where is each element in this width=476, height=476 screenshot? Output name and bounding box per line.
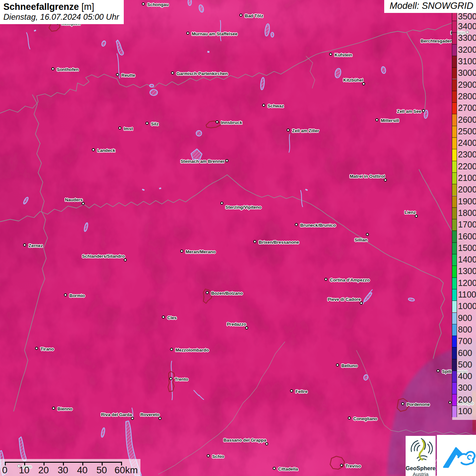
city-label: Matrei in Osttirol: [350, 174, 385, 179]
city-label: Schwaz: [268, 103, 284, 109]
city-label: Murnau am Staffelsee: [192, 31, 237, 37]
city-label: Kitzbühel: [343, 78, 363, 83]
city-label: Mittersill: [381, 118, 399, 123]
colorbar-tick-label: 2800: [458, 92, 476, 100]
colorbar-segment: [452, 44, 457, 56]
colorbar-segment: [452, 32, 457, 44]
city-label: Reutte: [121, 73, 135, 78]
city-label: Steinach am Brenner: [181, 159, 225, 164]
city-label: Schio: [212, 454, 224, 459]
map-title-box: Schneefallgrenze [m] Dienstag, 16.07.202…: [0, 0, 124, 24]
city-label: Landeck: [97, 148, 115, 153]
geosphere-logo-line1: GeoSphere: [406, 465, 436, 471]
colorbar-tick-label: 2100: [458, 174, 476, 182]
city-label: Schongau: [147, 2, 169, 7]
city-label: Cles: [167, 315, 176, 321]
scalebar-label: 50: [96, 465, 107, 476]
map-title: Schneefallgrenze [m]: [3, 2, 119, 12]
colorbar-segment: [452, 359, 457, 371]
geosphere-logo: GeoSphere Austria: [406, 436, 436, 476]
scalebar: 0102030405060km: [0, 459, 140, 476]
colorbar-tick-label: 100: [458, 407, 472, 415]
colorbar-segment: [452, 161, 457, 172]
colorbar-tick-label: 1000: [458, 302, 476, 310]
colorbar: [452, 12, 457, 417]
city-label: Tirano: [40, 346, 54, 352]
colorbar-tick-label: 2000: [458, 185, 476, 194]
colorbar-segment: [452, 347, 457, 359]
colorbar-tick-label: 2900: [458, 80, 476, 89]
colorbar-tick-label: 2200: [458, 162, 476, 170]
city-label: Kufstein: [335, 52, 352, 58]
colorbar-tick-label: 3400: [458, 22, 476, 31]
map-subtitle: Dienstag, 16.07.2024 05:00 Uhr: [3, 12, 119, 22]
colorbar-tick-label: 300: [458, 384, 472, 392]
colorbar-segment: [452, 324, 457, 336]
colorbar-segment: [452, 56, 457, 67]
colorbar-segment: [452, 382, 457, 394]
city-label: Bozen/Bolzano: [211, 291, 243, 296]
city-label: Schlanders/Silandro: [82, 254, 125, 259]
colorbar-segment: [452, 13, 457, 21]
geosphere-contour-icon: [406, 436, 436, 463]
colorbar-segment: [452, 394, 457, 406]
colorbar-segment: [452, 312, 457, 324]
colorbar-segment: [452, 126, 457, 137]
colorbar-segment: [452, 242, 457, 254]
city-label: Garmisch-Partenkirchen: [176, 71, 228, 76]
colorbar-tick-label: 1700: [458, 220, 476, 229]
city-label: Berchtesgaden: [421, 38, 453, 44]
city-label: Belluno: [341, 363, 358, 369]
colorbar-segment: [452, 266, 457, 277]
colorbar-tick-label: 1300: [458, 267, 476, 275]
colorbar-segment: [452, 254, 457, 266]
mountain-cloud-icon: [437, 435, 476, 476]
colorbar-tick-label: 3000: [458, 69, 476, 77]
colorbar-segment: [452, 149, 457, 160]
colorbar-segment: [452, 289, 457, 301]
colorbar-tick-label: 900: [458, 313, 472, 322]
colorbar-tick-label: 3300: [458, 34, 476, 42]
city-label: Riva del Garda: [101, 412, 132, 418]
model-label: Modell: SNOWGRID: [384, 0, 476, 13]
colorbar-segment: [452, 277, 457, 289]
colorbar-segment: [452, 137, 457, 149]
colorbar-segment: [452, 207, 457, 219]
colorbar-segment: [452, 184, 457, 196]
city-label: Imst: [124, 126, 133, 132]
colorbar-segment: [452, 371, 457, 382]
colorbar-tick-label: 800: [458, 325, 472, 334]
partner-logo: [437, 435, 476, 476]
city-label: Innsbruck: [221, 120, 242, 125]
colorbar-segment: [452, 102, 457, 114]
scalebar-label: 40: [77, 465, 87, 476]
city-label: Pordenone: [407, 402, 430, 407]
colorbar-tick-label: 200: [458, 395, 472, 404]
colorbar-tick-label: 2600: [458, 115, 476, 124]
city-label: Sonthofen: [57, 67, 79, 72]
city-label: Trento: [175, 377, 188, 382]
colorbar-segment: [452, 91, 457, 102]
colorbar-segment: [452, 336, 457, 347]
colorbar-tick-label: 1200: [458, 278, 476, 287]
colorbar-segment: [452, 21, 457, 32]
city-label: Meran/Merano: [186, 249, 216, 255]
city-label: Feltre: [295, 389, 307, 394]
city-label: Zell am Ziller: [292, 128, 319, 134]
city-label: Predazzo: [227, 322, 246, 327]
colorbar-tick-label: 700: [458, 337, 472, 345]
colorbar-tick-label: 1600: [458, 232, 476, 240]
city-label: Nauders: [65, 197, 83, 203]
colorbar-segment: [452, 79, 457, 91]
city-label: Sillian: [355, 237, 368, 243]
city-label: Silz: [151, 121, 158, 127]
city-label: Mezzolombardo: [175, 347, 209, 353]
colorbar-tick-label: 1900: [458, 197, 476, 205]
city-label: Bad Tölz: [245, 13, 263, 19]
scalebar-label: 30: [57, 465, 68, 476]
map-title-unit: [m]: [79, 2, 94, 12]
city-label: Bormio: [69, 293, 85, 299]
colorbar-tick-label: 1500: [458, 243, 476, 252]
colorbar-tick-label: 2500: [458, 127, 476, 135]
scalebar-label: 0: [2, 465, 7, 476]
